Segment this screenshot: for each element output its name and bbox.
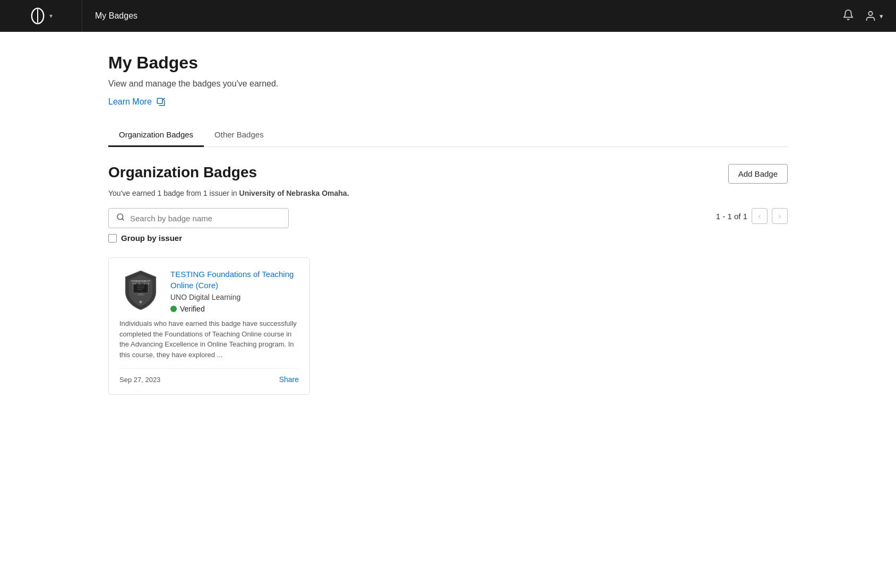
- group-by-label: Group by issuer: [121, 234, 182, 243]
- learn-more-link[interactable]: Learn More: [108, 97, 166, 107]
- navbar: ▾ My Badges ▾: [0, 0, 896, 32]
- pagination-info: 1 - 1 of 1: [716, 212, 747, 221]
- verified-dot-icon: [170, 306, 177, 312]
- section-title: Organization Badges: [108, 164, 257, 181]
- learn-more-label: Learn More: [108, 97, 152, 107]
- badge-verified: Verified: [170, 305, 299, 313]
- svg-rect-12: [137, 295, 144, 296]
- external-link-icon: [156, 97, 166, 107]
- section-meta-bold: University of Nebraska Omaha.: [239, 189, 349, 197]
- user-menu[interactable]: ▾: [865, 10, 883, 22]
- svg-text:FOUNDATIONS OF: FOUNDATIONS OF: [131, 280, 150, 282]
- navbar-logo[interactable]: ▾: [0, 0, 82, 32]
- controls-left: Group by issuer: [108, 208, 289, 255]
- badge-issuer: UNO Digital Learning: [170, 293, 299, 301]
- svg-line-5: [122, 219, 124, 220]
- search-input[interactable]: [130, 214, 281, 223]
- tabs-container: Organization Badges Other Badges: [108, 124, 788, 147]
- badge-description: Individuals who have earned this badge h…: [119, 318, 299, 360]
- svg-rect-11: [139, 293, 142, 295]
- group-by-row: Group by issuer: [108, 234, 289, 243]
- pagination-next-button[interactable]: ›: [772, 208, 788, 224]
- badge-image: ★ FOUNDATIONS OF TEACHING ONLINE: [119, 269, 162, 311]
- badge-shield-icon: ★ FOUNDATIONS OF TEACHING ONLINE: [119, 269, 162, 311]
- tab-other-badges[interactable]: Other Badges: [204, 124, 274, 147]
- user-chevron-icon: ▾: [880, 12, 883, 20]
- pagination: 1 - 1 of 1 ‹ ›: [716, 208, 788, 224]
- page-title: My Badges: [108, 53, 788, 73]
- svg-rect-3: [157, 98, 162, 103]
- navbar-page-title: My Badges: [82, 11, 150, 21]
- notification-icon[interactable]: [842, 9, 854, 23]
- section-meta-text: You've earned 1 badge from 1 issuer in: [108, 189, 239, 197]
- chevron-right-icon: ›: [779, 212, 781, 220]
- search-icon: [116, 213, 125, 223]
- navbar-right: ▾: [842, 9, 896, 23]
- tab-organization-badges[interactable]: Organization Badges: [108, 124, 204, 147]
- badge-info: TESTING Foundations of Teaching Online (…: [170, 269, 299, 313]
- section-meta: You've earned 1 badge from 1 issuer in U…: [108, 189, 788, 197]
- badge-card-footer: Sep 27, 2023 Share: [119, 368, 299, 384]
- badge-share-link[interactable]: Share: [279, 375, 299, 384]
- svg-text:★: ★: [139, 299, 143, 305]
- chevron-left-icon: ‹: [759, 212, 761, 220]
- add-badge-button[interactable]: Add Badge: [728, 164, 788, 184]
- group-by-issuer-checkbox[interactable]: [108, 234, 117, 243]
- user-icon: [865, 10, 876, 22]
- svg-point-2: [868, 12, 872, 15]
- controls-area: Group by issuer 1 - 1 of 1 ‹ ›: [108, 208, 788, 255]
- section-header: Organization Badges Add Badge: [108, 164, 788, 184]
- badge-name-link[interactable]: TESTING Foundations of Teaching Online (…: [170, 269, 299, 291]
- navbar-left: ▾ My Badges: [0, 0, 150, 32]
- verified-label: Verified: [180, 305, 205, 313]
- badge-card: ★ FOUNDATIONS OF TEACHING ONLINE TESTING…: [108, 257, 310, 395]
- logo-chevron-icon: ▾: [49, 12, 53, 20]
- search-box: [108, 208, 289, 228]
- badge-date: Sep 27, 2023: [119, 376, 160, 384]
- pagination-prev-button[interactable]: ‹: [752, 208, 768, 224]
- instructure-logo-icon: [29, 7, 46, 24]
- svg-text:TEACHING ONLINE: TEACHING ONLINE: [132, 283, 150, 285]
- main-content: My Badges View and manage the badges you…: [76, 32, 820, 416]
- page-subtitle: View and manage the badges you've earned…: [108, 79, 788, 89]
- badge-card-header: ★ FOUNDATIONS OF TEACHING ONLINE TESTING…: [119, 269, 299, 313]
